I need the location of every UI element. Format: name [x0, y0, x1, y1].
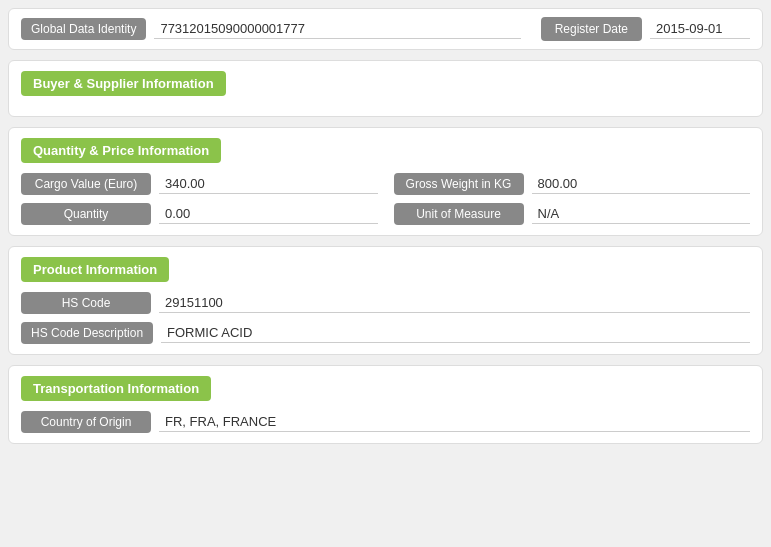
identity-label: Global Data Identity [21, 18, 146, 40]
identity-value: 77312015090000001777 [154, 19, 520, 39]
quantity-price-header: Quantity & Price Information [21, 138, 221, 163]
quantity-price-row2: Quantity 0.00 Unit of Measure N/A [21, 203, 750, 225]
page: Global Data Identity 7731201509000000177… [0, 0, 771, 547]
register-label: Register Date [541, 17, 642, 41]
identity-pair: Global Data Identity 7731201509000000177… [21, 18, 521, 40]
buyer-supplier-card: Buyer & Supplier Information [8, 60, 763, 117]
country-value: FR, FRA, FRANCE [159, 412, 750, 432]
hs-code-row: HS Code 29151100 [21, 292, 750, 314]
cargo-label: Cargo Value (Euro) [21, 173, 151, 195]
uom-pair: Unit of Measure N/A [394, 203, 751, 225]
quantity-value: 0.00 [159, 204, 378, 224]
country-label: Country of Origin [21, 411, 151, 433]
cargo-value: 340.00 [159, 174, 378, 194]
transportation-header: Transportation Information [21, 376, 211, 401]
country-row: Country of Origin FR, FRA, FRANCE [21, 411, 750, 433]
hs-desc-row: HS Code Description FORMIC ACID [21, 322, 750, 344]
quantity-pair: Quantity 0.00 [21, 203, 378, 225]
register-value: 2015-09-01 [650, 19, 750, 39]
gross-pair: Gross Weight in KG 800.00 [394, 173, 751, 195]
buyer-supplier-header: Buyer & Supplier Information [21, 71, 226, 96]
product-card: Product Information HS Code 29151100 HS … [8, 246, 763, 355]
hs-code-label: HS Code [21, 292, 151, 314]
hs-code-value: 29151100 [159, 293, 750, 313]
quantity-label: Quantity [21, 203, 151, 225]
uom-label: Unit of Measure [394, 203, 524, 225]
product-header: Product Information [21, 257, 169, 282]
uom-value: N/A [532, 204, 751, 224]
global-data-card: Global Data Identity 7731201509000000177… [8, 8, 763, 50]
hs-desc-value: FORMIC ACID [161, 323, 750, 343]
gross-value: 800.00 [532, 174, 751, 194]
register-pair: Register Date 2015-09-01 [541, 17, 750, 41]
transportation-card: Transportation Information Country of Or… [8, 365, 763, 444]
cargo-pair: Cargo Value (Euro) 340.00 [21, 173, 378, 195]
quantity-price-card: Quantity & Price Information Cargo Value… [8, 127, 763, 236]
hs-desc-label: HS Code Description [21, 322, 153, 344]
gross-label: Gross Weight in KG [394, 173, 524, 195]
quantity-price-row1: Cargo Value (Euro) 340.00 Gross Weight i… [21, 173, 750, 195]
